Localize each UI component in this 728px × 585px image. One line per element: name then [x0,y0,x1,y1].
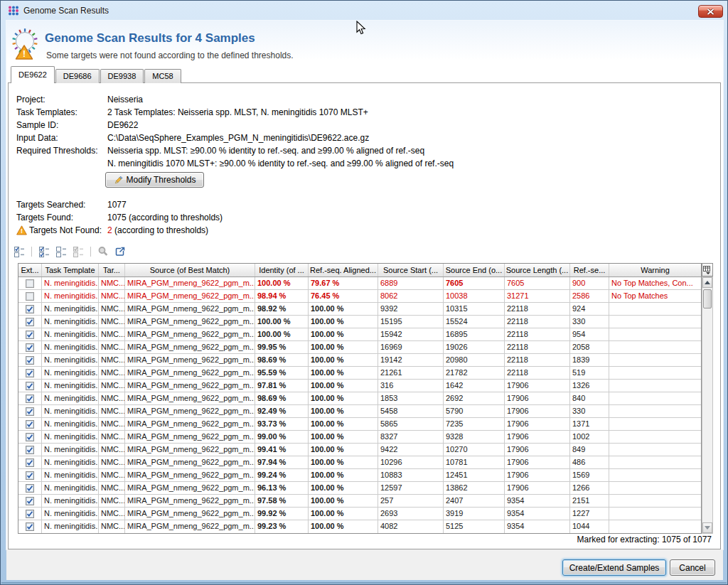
extract-checkbox[interactable] [18,444,42,456]
cell: N. meningitidis... [42,367,99,379]
invert-marks-button[interactable] [71,245,85,258]
extract-checkbox[interactable] [18,482,42,494]
export-button[interactable] [113,245,127,258]
table-row[interactable]: N. meningitidis...NMC...MIRA_PGM_nmeng_9… [18,290,701,303]
column-header-source-start[interactable]: Source Start (... [378,264,444,277]
column-header-source-end-o[interactable]: Source End (o... [444,264,505,277]
mark-all-button[interactable] [37,245,51,258]
extract-checkbox[interactable] [18,392,42,404]
extract-checkbox[interactable] [18,354,42,366]
column-header-tar[interactable]: Tar... [99,264,125,277]
table-row[interactable]: N. meningitidis...NMC...MIRA_PGM_nmeng_9… [18,495,701,508]
scrollbar-thumb[interactable] [703,289,712,308]
table-row[interactable]: N. meningitidis...NMC...MIRA_PGM_nmeng_9… [18,405,701,418]
extract-checkbox[interactable] [18,316,42,328]
table-row[interactable]: N. meningitidis...NMC...MIRA_PGM_nmeng_9… [18,354,701,367]
checkbox-checked-icon [26,471,34,480]
arrow-down-icon [705,526,710,530]
table-row[interactable]: N. meningitidis...NMC...MIRA_PGM_nmeng_9… [18,418,701,431]
extract-checkbox[interactable] [18,405,42,417]
extract-checkbox[interactable] [18,367,42,379]
extract-checkbox[interactable] [18,303,42,315]
checkbox-checked-icon [26,305,34,313]
column-header-ref-seq-aligned[interactable]: Ref.-seq. Aligned... [309,264,378,277]
checkbox-checked-icon [26,343,34,352]
column-header-task-template[interactable]: Task Template [42,264,99,277]
extract-checkbox[interactable] [18,431,42,443]
cell: 10315 [444,303,505,315]
cancel-button[interactable]: Cancel [670,559,715,576]
close-button[interactable] [698,5,723,18]
create-extend-samples-button[interactable]: Create/Extend Samples [562,559,666,576]
vertical-scrollbar[interactable] [702,277,713,534]
cell: 2693 [378,508,444,520]
extract-checkbox[interactable] [18,495,42,507]
cell: NMC... [99,380,125,392]
table-row[interactable]: N. meningitidis...NMC...MIRA_PGM_nmeng_9… [18,303,701,316]
extract-checkbox[interactable] [18,520,42,533]
table-row[interactable]: N. meningitidis...NMC...MIRA_PGM_nmeng_9… [18,341,701,354]
cell: 100.00 % [309,495,378,507]
extract-checkbox[interactable] [18,277,42,289]
cell: MIRA_PGM_nmeng_9622_pgm_m... [125,380,255,392]
tab-de9938[interactable]: DE9938 [100,69,144,83]
column-header-ext[interactable]: Ext... [18,264,42,277]
extract-checkbox[interactable] [18,456,42,468]
table-row[interactable]: N. meningitidis...NMC...MIRA_PGM_nmeng_9… [18,444,701,456]
extract-checkbox[interactable] [18,290,42,302]
table-row[interactable]: N. meningitidis...NMC...MIRA_PGM_nmeng_9… [18,367,701,380]
cell: NMC... [99,277,125,289]
cell [609,367,701,379]
column-chooser-button[interactable] [702,263,713,277]
extract-checkbox[interactable] [18,328,42,340]
cell: NMC... [99,354,125,366]
table-row[interactable]: N. meningitidis...NMC...MIRA_PGM_nmeng_9… [18,482,701,495]
mark-selected-button[interactable] [12,245,26,258]
cell: 3919 [444,508,505,520]
table-row[interactable]: N. meningitidis...NMC...MIRA_PGM_nmeng_9… [18,392,701,405]
column-header-warning[interactable]: Warning [609,264,701,277]
tab-de9622[interactable]: DE9622 [11,66,55,83]
scroll-up-button[interactable] [702,277,712,288]
tab-mc58[interactable]: MC58 [144,69,181,83]
scroll-down-button[interactable] [702,522,712,533]
modify-thresholds-button[interactable]: Modify Thresholds [105,172,204,188]
cell: 79.67 % [309,277,378,289]
table-row[interactable]: N. meningitidis...NMC...MIRA_PGM_nmeng_9… [18,277,701,290]
arrow-up-icon [705,281,710,284]
table-row[interactable]: N. meningitidis...NMC...MIRA_PGM_nmeng_9… [18,380,701,392]
cell: NMC... [99,303,125,315]
info-row: Required Thresholds:Neisseria spp. MLST:… [16,146,454,159]
preview-button[interactable] [96,245,110,258]
cell: MIRA_PGM_nmeng_9622_pgm_m... [125,495,255,507]
cell: 100.00 % [309,303,378,315]
column-header-ref-se[interactable]: Ref.-se... [570,264,609,277]
table-row[interactable]: N. meningitidis...NMC...MIRA_PGM_nmeng_9… [18,508,701,520]
cell: MIRA_PGM_nmeng_9622_pgm_m... [125,405,255,417]
column-header-source-of-best-match[interactable]: Source (of Best Match) [125,264,255,277]
extract-checkbox[interactable] [18,469,42,481]
cell: N. meningitidis... [42,277,99,289]
cell: MIRA_PGM_nmeng_9622_pgm_m... [125,277,255,289]
table-row[interactable]: N. meningitidis...NMC...MIRA_PGM_nmeng_9… [18,469,701,482]
cell [609,508,701,520]
table-row[interactable]: N. meningitidis...NMC...MIRA_PGM_nmeng_9… [18,520,701,533]
table-row[interactable]: N. meningitidis...NMC...MIRA_PGM_nmeng_9… [18,431,701,444]
table-row[interactable]: N. meningitidis...NMC...MIRA_PGM_nmeng_9… [18,328,701,341]
cell: NMC... [99,495,125,507]
table-row[interactable]: N. meningitidis...NMC...MIRA_PGM_nmeng_9… [18,316,701,328]
table-row[interactable]: N. meningitidis...NMC...MIRA_PGM_nmeng_9… [18,456,701,469]
info-value: N. meningitidis 1070 MLST+: ≥90.00 % ide… [107,159,454,171]
cell: NMC... [99,341,125,353]
cell: NMC... [99,431,125,443]
extract-checkbox[interactable] [18,341,42,353]
cell [609,520,701,533]
tab-de9686[interactable]: DE9686 [55,69,100,83]
toolbar-separator [90,247,91,257]
extract-checkbox[interactable] [18,508,42,520]
extract-checkbox[interactable] [18,418,42,430]
column-header-identity-of[interactable]: Identity (of ... [255,264,309,277]
extract-checkbox[interactable] [18,380,42,392]
unmark-all-button[interactable] [54,245,68,258]
column-header-source-length[interactable]: Source Length (... [505,264,570,277]
